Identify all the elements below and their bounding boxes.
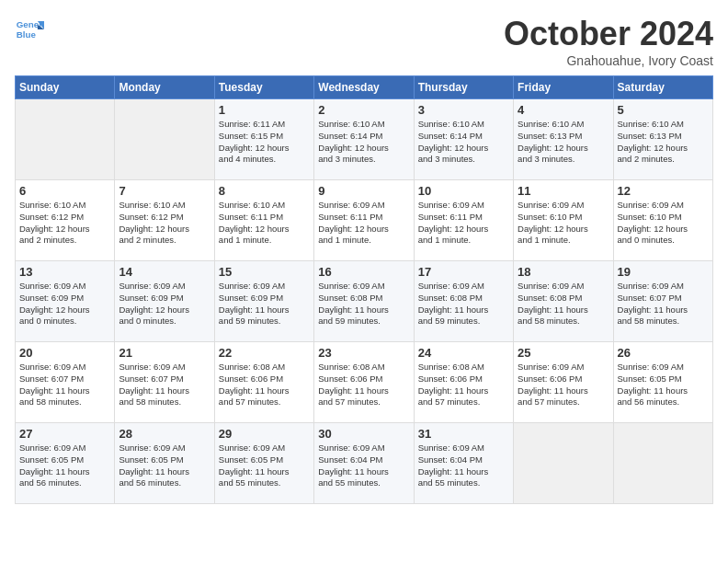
- day-number: 5: [618, 103, 709, 117]
- day-number: 4: [518, 103, 609, 117]
- day-number: 10: [418, 184, 509, 198]
- weekday-header-tuesday: Tuesday: [214, 76, 313, 99]
- calendar-cell: 20Sunrise: 6:09 AM Sunset: 6:07 PM Dayli…: [16, 342, 115, 423]
- day-number: 28: [119, 427, 210, 441]
- day-info: Sunrise: 6:10 AM Sunset: 6:12 PM Dayligh…: [19, 200, 110, 247]
- day-info: Sunrise: 6:09 AM Sunset: 6:08 PM Dayligh…: [518, 281, 609, 327]
- day-number: 23: [318, 346, 409, 360]
- calendar-cell: 23Sunrise: 6:08 AM Sunset: 6:06 PM Dayli…: [314, 342, 414, 423]
- day-number: 9: [318, 184, 409, 198]
- calendar-cell: 31Sunrise: 6:09 AM Sunset: 6:04 PM Dayli…: [414, 423, 513, 504]
- day-number: 19: [618, 265, 709, 279]
- day-number: 25: [518, 346, 609, 360]
- day-info: Sunrise: 6:09 AM Sunset: 6:04 PM Dayligh…: [318, 442, 409, 489]
- day-number: 30: [318, 427, 409, 441]
- day-number: 14: [119, 265, 210, 279]
- weekday-header-monday: Monday: [115, 76, 214, 99]
- day-number: 22: [219, 346, 310, 360]
- day-number: 15: [219, 265, 310, 279]
- day-info: Sunrise: 6:09 AM Sunset: 6:05 PM Dayligh…: [618, 362, 709, 408]
- day-info: Sunrise: 6:09 AM Sunset: 6:08 PM Dayligh…: [318, 281, 409, 327]
- calendar-cell: 25Sunrise: 6:09 AM Sunset: 6:06 PM Dayli…: [514, 342, 613, 423]
- calendar-table: SundayMondayTuesdayWednesdayThursdayFrid…: [15, 75, 713, 504]
- day-number: 2: [318, 103, 409, 117]
- day-info: Sunrise: 6:09 AM Sunset: 6:08 PM Dayligh…: [418, 281, 509, 327]
- day-info: Sunrise: 6:09 AM Sunset: 6:09 PM Dayligh…: [19, 281, 110, 327]
- weekday-header-sunday: Sunday: [16, 76, 115, 99]
- logo: General Blue: [15, 15, 44, 44]
- calendar-cell: 21Sunrise: 6:09 AM Sunset: 6:07 PM Dayli…: [115, 342, 214, 423]
- day-info: Sunrise: 6:09 AM Sunset: 6:11 PM Dayligh…: [318, 200, 409, 247]
- calendar-cell: 6Sunrise: 6:10 AM Sunset: 6:12 PM Daylig…: [16, 180, 115, 261]
- day-info: Sunrise: 6:09 AM Sunset: 6:10 PM Dayligh…: [518, 200, 609, 247]
- day-info: Sunrise: 6:09 AM Sunset: 6:07 PM Dayligh…: [618, 281, 709, 327]
- day-info: Sunrise: 6:09 AM Sunset: 6:05 PM Dayligh…: [119, 442, 210, 489]
- calendar-cell: [613, 423, 712, 504]
- day-info: Sunrise: 6:08 AM Sunset: 6:06 PM Dayligh…: [418, 362, 509, 408]
- day-number: 7: [119, 184, 210, 198]
- logo-icon: General Blue: [15, 15, 44, 44]
- calendar-cell: 28Sunrise: 6:09 AM Sunset: 6:05 PM Dayli…: [115, 423, 214, 504]
- day-info: Sunrise: 6:09 AM Sunset: 6:05 PM Dayligh…: [219, 442, 310, 489]
- day-number: 12: [618, 184, 709, 198]
- calendar-cell: 18Sunrise: 6:09 AM Sunset: 6:08 PM Dayli…: [514, 261, 613, 342]
- day-info: Sunrise: 6:10 AM Sunset: 6:11 PM Dayligh…: [219, 200, 310, 247]
- calendar-cell: 11Sunrise: 6:09 AM Sunset: 6:10 PM Dayli…: [514, 180, 613, 261]
- day-info: Sunrise: 6:09 AM Sunset: 6:06 PM Dayligh…: [518, 362, 609, 408]
- calendar-cell: [115, 99, 214, 180]
- day-number: 13: [19, 265, 110, 279]
- location: Gnahouahue, Ivory Coast: [504, 53, 713, 68]
- day-number: 26: [618, 346, 709, 360]
- day-number: 24: [418, 346, 509, 360]
- calendar-cell: 2Sunrise: 6:10 AM Sunset: 6:14 PM Daylig…: [314, 99, 414, 180]
- day-number: 27: [19, 427, 110, 441]
- calendar-cell: [514, 423, 613, 504]
- calendar-cell: 29Sunrise: 6:09 AM Sunset: 6:05 PM Dayli…: [214, 423, 313, 504]
- weekday-header-thursday: Thursday: [414, 76, 513, 99]
- calendar-cell: 4Sunrise: 6:10 AM Sunset: 6:13 PM Daylig…: [514, 99, 613, 180]
- calendar-cell: 22Sunrise: 6:08 AM Sunset: 6:06 PM Dayli…: [214, 342, 313, 423]
- calendar-cell: 5Sunrise: 6:10 AM Sunset: 6:13 PM Daylig…: [613, 99, 712, 180]
- calendar-cell: 15Sunrise: 6:09 AM Sunset: 6:09 PM Dayli…: [214, 261, 313, 342]
- day-info: Sunrise: 6:10 AM Sunset: 6:14 PM Dayligh…: [418, 119, 509, 166]
- day-info: Sunrise: 6:09 AM Sunset: 6:07 PM Dayligh…: [19, 362, 110, 408]
- calendar-cell: [16, 99, 115, 180]
- calendar-cell: 19Sunrise: 6:09 AM Sunset: 6:07 PM Dayli…: [613, 261, 712, 342]
- day-info: Sunrise: 6:09 AM Sunset: 6:04 PM Dayligh…: [418, 442, 509, 489]
- day-info: Sunrise: 6:11 AM Sunset: 6:15 PM Dayligh…: [219, 119, 310, 166]
- day-number: 8: [219, 184, 310, 198]
- weekday-header-wednesday: Wednesday: [314, 76, 414, 99]
- calendar-cell: 24Sunrise: 6:08 AM Sunset: 6:06 PM Dayli…: [414, 342, 513, 423]
- calendar-cell: 16Sunrise: 6:09 AM Sunset: 6:08 PM Dayli…: [314, 261, 414, 342]
- day-number: 6: [19, 184, 110, 198]
- day-info: Sunrise: 6:09 AM Sunset: 6:09 PM Dayligh…: [219, 281, 310, 327]
- day-info: Sunrise: 6:09 AM Sunset: 6:05 PM Dayligh…: [19, 442, 110, 489]
- day-number: 29: [219, 427, 310, 441]
- day-info: Sunrise: 6:08 AM Sunset: 6:06 PM Dayligh…: [219, 362, 310, 408]
- calendar-cell: 7Sunrise: 6:10 AM Sunset: 6:12 PM Daylig…: [115, 180, 214, 261]
- calendar-cell: 8Sunrise: 6:10 AM Sunset: 6:11 PM Daylig…: [214, 180, 313, 261]
- svg-text:Blue: Blue: [17, 29, 37, 40]
- calendar-cell: 17Sunrise: 6:09 AM Sunset: 6:08 PM Dayli…: [414, 261, 513, 342]
- calendar-cell: 10Sunrise: 6:09 AM Sunset: 6:11 PM Dayli…: [414, 180, 513, 261]
- day-number: 31: [418, 427, 509, 441]
- day-number: 1: [219, 103, 310, 117]
- day-number: 3: [418, 103, 509, 117]
- calendar-cell: 3Sunrise: 6:10 AM Sunset: 6:14 PM Daylig…: [414, 99, 513, 180]
- day-number: 21: [119, 346, 210, 360]
- day-info: Sunrise: 6:09 AM Sunset: 6:11 PM Dayligh…: [418, 200, 509, 247]
- day-info: Sunrise: 6:10 AM Sunset: 6:13 PM Dayligh…: [518, 119, 609, 166]
- day-info: Sunrise: 6:10 AM Sunset: 6:13 PM Dayligh…: [618, 119, 709, 166]
- weekday-header-friday: Friday: [514, 76, 613, 99]
- calendar-cell: 1Sunrise: 6:11 AM Sunset: 6:15 PM Daylig…: [214, 99, 313, 180]
- month-title: October 2024: [504, 15, 713, 53]
- calendar-cell: 13Sunrise: 6:09 AM Sunset: 6:09 PM Dayli…: [16, 261, 115, 342]
- calendar-cell: 12Sunrise: 6:09 AM Sunset: 6:10 PM Dayli…: [613, 180, 712, 261]
- day-info: Sunrise: 6:08 AM Sunset: 6:06 PM Dayligh…: [318, 362, 409, 408]
- day-info: Sunrise: 6:09 AM Sunset: 6:09 PM Dayligh…: [119, 281, 210, 327]
- day-info: Sunrise: 6:09 AM Sunset: 6:10 PM Dayligh…: [618, 200, 709, 247]
- title-block: October 2024 Gnahouahue, Ivory Coast: [504, 15, 713, 68]
- day-info: Sunrise: 6:09 AM Sunset: 6:07 PM Dayligh…: [119, 362, 210, 408]
- day-number: 18: [518, 265, 609, 279]
- calendar-cell: 30Sunrise: 6:09 AM Sunset: 6:04 PM Dayli…: [314, 423, 414, 504]
